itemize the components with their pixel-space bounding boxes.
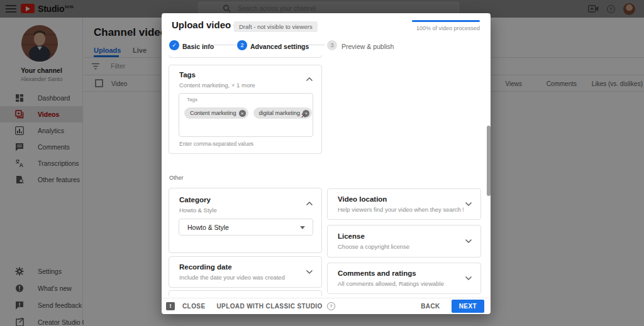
- check-icon: ✓: [172, 42, 177, 48]
- expand-chevron-down-icon[interactable]: [465, 276, 472, 281]
- collapse-chevron-up-icon[interactable]: [306, 201, 313, 206]
- dialog-footer: ! CLOSE UPLOAD WITH CLASSIC STUDIO ? BAC…: [162, 298, 491, 314]
- draft-status-badge: Draft - not visible to viewers: [234, 21, 318, 32]
- expand-chevron-down-icon[interactable]: [465, 239, 472, 244]
- step-connector: [207, 45, 236, 45]
- category-card: Category Howto & Style Howto & Style: [169, 188, 322, 253]
- remove-tag-icon[interactable]: ×: [239, 110, 246, 117]
- video-location-subtitle: Help viewers find your video when they s…: [338, 206, 464, 213]
- step-preview-publish-circle[interactable]: 3: [327, 40, 337, 50]
- comments-ratings-card: Comments and ratings All comments allowe…: [327, 263, 481, 294]
- recording-date-subtitle: Include the date your video was created: [179, 274, 285, 281]
- upload-classic-studio-button[interactable]: UPLOAD WITH CLASSIC STUDIO: [216, 303, 322, 310]
- youtube-studio-screen: Studio beta ? Your channel Alexander Sa: [0, 0, 644, 326]
- back-button[interactable]: BACK: [421, 303, 440, 310]
- next-button[interactable]: NEXT: [452, 300, 484, 313]
- expand-chevron-down-icon[interactable]: [465, 202, 472, 207]
- recording-date-card: Recording date Include the date your vid…: [169, 256, 322, 288]
- feedback-icon[interactable]: !: [166, 302, 175, 310]
- dialog-scroll-area: Tags Content marketing, + 1 more Tags Co…: [162, 55, 491, 296]
- video-processing-progressbar: [412, 20, 480, 22]
- step-advanced-settings-label[interactable]: Advanced settings: [250, 43, 309, 50]
- comments-ratings-subtitle: All comments allowed, Ratings viewable: [338, 280, 444, 287]
- tags-input-field[interactable]: Tags Content marketing× digital marketin…: [179, 93, 313, 137]
- tag-chip[interactable]: Content marketing×: [184, 107, 248, 119]
- dropdown-caret-icon: [300, 226, 305, 229]
- license-card: License Choose a copyright license: [327, 225, 481, 258]
- step-preview-publish-label[interactable]: Preview & publish: [341, 43, 394, 50]
- tags-field-label: Tags: [187, 97, 197, 102]
- tags-helper-text: Enter comma-separated values: [179, 141, 253, 147]
- clipped-card-above: [169, 55, 322, 58]
- tags-card-subtitle: Content marketing, + 1 more: [179, 82, 255, 89]
- step-connector: [295, 45, 325, 45]
- license-title: License: [338, 232, 365, 240]
- tags-card-title: Tags: [179, 71, 196, 79]
- category-card-title: Category: [179, 196, 211, 204]
- video-processing-text: 100% of video processed: [416, 25, 480, 31]
- tag-chips: Content marketing× digital marketing×: [184, 107, 312, 119]
- close-button[interactable]: CLOSE: [182, 303, 205, 310]
- collapse-chevron-up-icon[interactable]: [306, 77, 313, 82]
- comments-ratings-title: Comments and ratings: [338, 269, 416, 277]
- category-select-value: Howto & Style: [187, 224, 229, 231]
- license-subtitle: Choose a copyright license: [338, 243, 409, 250]
- step-advanced-settings-circle[interactable]: 2: [237, 40, 247, 50]
- classic-help-icon[interactable]: ?: [327, 302, 335, 310]
- upload-video-dialog: Upload video (beta) Draft - not visible …: [162, 13, 491, 314]
- other-section-label: Other: [169, 175, 184, 181]
- tags-card: Tags Content marketing, + 1 more Tags Co…: [169, 65, 322, 154]
- expand-chevron-down-icon[interactable]: [306, 269, 313, 274]
- clear-all-tags-icon[interactable]: ×: [301, 110, 306, 121]
- recording-date-title: Recording date: [179, 263, 232, 271]
- dialog-scrollbar-thumb[interactable]: [487, 126, 491, 196]
- step-basic-info-circle[interactable]: ✓: [169, 40, 179, 50]
- category-select[interactable]: Howto & Style: [179, 219, 313, 236]
- step-basic-info-label[interactable]: Basic info: [182, 43, 214, 50]
- video-location-title: Video location: [338, 195, 387, 203]
- category-card-subtitle: Howto & Style: [179, 207, 217, 214]
- video-location-card: Video location Help viewers find your vi…: [327, 188, 481, 220]
- clipped-card-below: [169, 290, 322, 296]
